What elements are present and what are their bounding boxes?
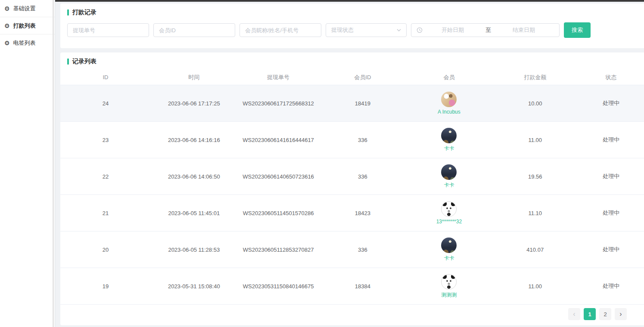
cell-order-no: WS20230605114501570286 [237,210,320,216]
column-header: 会员 [406,74,492,81]
table-row: 222023-06-06 14:06:50WS20230606140650723… [60,158,644,195]
cell-amount: 19.56 [492,173,578,180]
sidebar: ⚙基础设置⚙打款列表⚙电签列表 [0,0,55,327]
main-content: 打款记录 提现状态 开始日期 至 结束日期 搜索 记录列表 [55,0,644,327]
search-panel: 打款记录 提现状态 开始日期 至 结束日期 搜索 [60,3,644,48]
table-row: 232023-06-06 14:16:16WS20230606141616444… [60,122,644,158]
table-row: 242023-06-06 17:17:25WS20230606171725668… [60,85,644,122]
pagination-prev-button[interactable]: ‹ [568,308,580,320]
withdraw-order-input[interactable] [67,23,149,37]
member-avatar [441,92,457,107]
table-row: 202023-06-05 11:28:53WS20230605112853270… [60,231,644,268]
search-filters: 提现状态 开始日期 至 结束日期 搜索 [67,22,637,38]
member-name-link[interactable]: 卡卡 [444,255,454,262]
column-header: ID [60,74,151,80]
member-name-link[interactable]: 测测测 [441,291,457,299]
cell-id: 23 [60,137,151,143]
pagination-next-button[interactable]: › [615,308,627,320]
cell-amount: 11.00 [492,137,578,143]
cell-id: 22 [60,173,151,180]
cell-order-no: WS20230605112853270827 [237,247,320,253]
date-start-placeholder: 开始日期 [423,26,483,34]
gear-icon: ⚙ [4,6,10,12]
date-range-input[interactable]: 开始日期 至 结束日期 [411,23,560,37]
cell-member-id: 336 [320,247,406,253]
cell-status: 处理中 [578,173,644,180]
cell-time: 2023-05-31 15:08:40 [151,283,237,290]
cell-order-no: WS20230531150840146675 [237,283,320,290]
cell-order-no: WS20230606140650723616 [237,173,320,180]
cell-amount: 11.10 [492,210,578,216]
cell-member: 卡卡 [406,238,492,262]
cell-status: 处理中 [578,282,644,290]
table-row: 212023-06-05 11:45:01WS20230605114501570… [60,195,644,231]
sidebar-item-label: 电签列表 [13,39,36,47]
cell-id: 19 [60,283,151,290]
sidebar-item-2[interactable]: ⚙电签列表 [0,34,55,52]
column-header: 时间 [151,74,237,81]
cell-member-id: 18384 [320,283,406,290]
member-avatar [441,238,457,253]
cell-time: 2023-06-05 11:28:53 [151,247,237,253]
member-name-link[interactable]: A Incubus [438,109,460,115]
cell-status: 处理中 [578,209,644,217]
pagination: ‹12› [568,308,627,320]
member-name-link[interactable]: 卡卡 [444,182,454,189]
pagination-page-button-1[interactable]: 1 [584,308,596,320]
cell-time: 2023-06-06 14:06:50 [151,173,237,180]
cell-status: 处理中 [578,99,644,107]
sidebar-item-0[interactable]: ⚙基础设置 [0,0,55,17]
sidebar-item-1[interactable]: ⚙打款列表 [0,17,55,34]
cell-time: 2023-06-06 17:17:25 [151,100,237,107]
top-dark-strip [55,0,644,2]
records-panel-title-text: 记录列表 [72,58,96,65]
cell-id: 21 [60,210,151,216]
search-panel-title: 打款记录 [67,9,637,16]
cell-order-no: WS20230606171725668312 [237,100,320,107]
cell-amount: 11.00 [492,283,578,290]
member-info-input[interactable] [240,23,321,37]
sidebar-item-label: 打款列表 [13,22,36,30]
cell-order-no: WS20230606141616444617 [237,137,320,143]
records-table: ID时间提现单号会员ID会员打款金额状态242023-06-06 17:17:2… [60,70,644,305]
cell-time: 2023-06-05 11:45:01 [151,210,237,216]
cell-member-id: 336 [320,173,406,180]
search-panel-title-text: 打款记录 [72,9,96,16]
member-name-link[interactable]: 13*******32 [436,219,462,225]
withdraw-status-select[interactable]: 提现状态 [326,23,407,37]
cell-member-id: 18419 [320,100,406,107]
clock-icon [417,27,423,33]
cell-member-id: 18423 [320,210,406,216]
title-accent-bar [67,59,69,65]
cell-id: 20 [60,247,151,253]
cell-member: 卡卡 [406,164,492,189]
sidebar-item-label: 基础设置 [13,5,36,12]
member-name-link[interactable]: 卡卡 [444,145,454,152]
cell-amount: 410.07 [492,247,578,253]
column-header: 状态 [578,74,644,81]
member-avatar [441,274,457,290]
cell-time: 2023-06-06 14:16:16 [151,137,237,143]
date-end-placeholder: 结束日期 [494,26,554,34]
cell-member: A Incubus [406,92,492,115]
sidebar-scrollbar[interactable] [53,0,54,327]
chevron-down-icon [397,28,401,32]
table-header-row: ID时间提现单号会员ID会员打款金额状态 [60,70,644,85]
cell-member: 13*******32 [406,201,492,225]
cell-status: 处理中 [578,246,644,253]
cell-member-id: 336 [320,137,406,143]
member-id-input[interactable] [153,23,235,37]
gear-icon: ⚙ [4,40,10,46]
member-avatar [441,201,457,217]
column-header: 提现单号 [237,74,320,81]
cell-status: 处理中 [578,136,644,144]
title-accent-bar [67,9,69,15]
column-header: 会员ID [320,74,406,81]
cell-amount: 10.00 [492,100,578,107]
gear-icon: ⚙ [4,23,10,29]
search-button[interactable]: 搜索 [564,22,591,38]
pagination-page-button-2[interactable]: 2 [599,308,611,320]
date-range-separator: 至 [483,26,494,34]
cell-id: 24 [60,100,151,107]
member-avatar [441,128,457,143]
